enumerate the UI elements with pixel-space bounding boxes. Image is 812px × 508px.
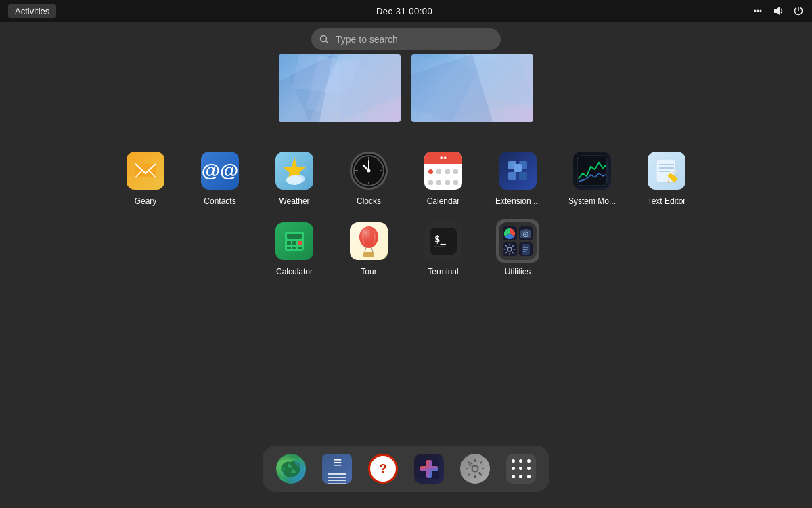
extensions-icon-graphic <box>499 152 537 190</box>
calendar-label: Calendar <box>427 196 460 206</box>
svg-point-0 <box>754 10 756 12</box>
search-input[interactable] <box>311 28 501 50</box>
app-grid: Geary @ Contacts Weat <box>118 149 694 277</box>
svg-point-1 <box>757 10 759 12</box>
calculator-icon-graphic <box>275 222 313 260</box>
app-item-tour[interactable]: Tour <box>342 219 396 276</box>
app-item-extensions[interactable]: Extension ... <box>491 149 545 206</box>
svg-line-5 <box>326 41 329 44</box>
dock-item-globe[interactable] <box>273 451 309 486</box>
dock-item-notes[interactable] <box>319 451 355 486</box>
app-item-clocks[interactable]: Clocks <box>342 149 396 206</box>
svg-rect-32 <box>508 172 516 180</box>
svg-rect-34 <box>576 154 608 187</box>
clocks-label: Clocks <box>357 196 381 206</box>
dock: ? <box>263 446 549 492</box>
workspace-thumbnail-1[interactable] <box>279 54 401 122</box>
utilities-label: Utilities <box>505 267 531 276</box>
svg-rect-48 <box>287 247 291 249</box>
svg-rect-46 <box>292 241 296 245</box>
svg-rect-55 <box>363 252 374 257</box>
weather-icon-graphic <box>275 152 313 190</box>
app-item-geary[interactable]: Geary <box>118 149 173 206</box>
power-icon[interactable] <box>793 5 804 16</box>
grid-dot-2 <box>519 459 522 463</box>
calculator-label: Calculator <box>276 267 313 276</box>
contacts-icon-graphic: @ <box>201 152 239 190</box>
app-item-texteditor[interactable]: Text Editor <box>639 149 694 206</box>
grid-dot-3 <box>527 459 531 463</box>
flathub-icon <box>414 454 444 484</box>
app-item-contacts[interactable]: @ Contacts <box>193 149 247 206</box>
svg-point-20 <box>286 175 302 185</box>
notes-icon <box>322 454 352 484</box>
svg-text:$_: $_ <box>434 234 446 245</box>
svg-point-64 <box>508 247 512 251</box>
grid-dot-7 <box>512 475 515 478</box>
network-icon[interactable] <box>752 5 763 16</box>
globe-icon <box>276 454 306 484</box>
clocks-icon-graphic <box>350 152 388 190</box>
app-item-calendar[interactable]: ●● Calendar <box>416 149 470 206</box>
geary-label: Geary <box>135 196 157 206</box>
calculator-icon <box>273 219 316 263</box>
app-item-weather[interactable]: Weather <box>267 149 321 206</box>
weather-icon <box>273 149 316 192</box>
app-item-terminal[interactable]: $_ Terminal <box>416 219 470 276</box>
svg-point-2 <box>759 10 761 12</box>
tour-label: Tour <box>361 267 376 276</box>
help-icon: ? <box>368 454 398 484</box>
svg-rect-31 <box>514 164 522 172</box>
dock-item-appgrid[interactable] <box>503 451 539 486</box>
dock-item-settings[interactable] <box>457 451 493 486</box>
geary-icon-graphic <box>127 152 164 190</box>
sysmon-label: System Mo... <box>568 196 616 206</box>
svg-line-53 <box>365 247 366 252</box>
workspace-thumbnail-2[interactable] <box>411 54 533 122</box>
dock-item-flathub[interactable] <box>411 451 447 486</box>
sysmon-icon-graphic <box>573 152 611 190</box>
tour-icon-graphic <box>350 222 388 260</box>
appgrid-icon <box>506 454 536 484</box>
grid-dot-4 <box>512 467 515 470</box>
app-item-calculator[interactable]: Calculator <box>267 219 321 276</box>
svg-point-62 <box>524 233 526 235</box>
app-item-sysmon[interactable]: System Mo... <box>565 149 619 206</box>
svg-rect-44 <box>287 234 302 239</box>
extensions-label: Extension ... <box>495 196 540 206</box>
grid-dot-6 <box>527 467 531 470</box>
geary-icon <box>124 149 167 192</box>
svg-rect-47 <box>298 241 302 245</box>
svg-marker-3 <box>774 7 780 15</box>
app-item-utilities[interactable]: Utilities <box>491 219 545 276</box>
svg-point-28 <box>367 169 371 173</box>
volume-icon[interactable] <box>773 5 784 16</box>
terminal-icon: $_ <box>422 219 465 263</box>
svg-rect-72 <box>420 466 438 471</box>
clocks-icon <box>347 149 390 192</box>
contacts-label: Contacts <box>204 196 235 206</box>
contacts-icon: @ <box>198 149 242 192</box>
grid-dot-5 <box>519 467 522 470</box>
activities-button[interactable]: Activities <box>8 4 56 18</box>
grid-dot-8 <box>519 475 522 478</box>
settings-icon <box>460 454 490 484</box>
calendar-icon: ●● <box>422 149 465 192</box>
svg-point-73 <box>472 466 478 472</box>
texteditor-icon-graphic <box>648 152 685 190</box>
workspaces-overview <box>279 54 533 122</box>
svg-rect-50 <box>298 247 302 249</box>
calendar-icon-graphic: ●● <box>424 152 462 190</box>
utilities-icon <box>496 219 539 263</box>
sysmon-icon <box>570 149 614 192</box>
svg-rect-33 <box>519 172 527 180</box>
grid-dot-9 <box>527 475 531 478</box>
dock-item-help[interactable]: ? <box>365 451 401 486</box>
app-row-2: Calculator <box>118 219 694 276</box>
utilities-icon-graphic <box>499 222 537 260</box>
texteditor-label: Text Editor <box>648 196 686 206</box>
weather-label: Weather <box>279 196 309 206</box>
texteditor-icon <box>645 149 688 192</box>
app-row-1: Geary @ Contacts Weat <box>118 149 694 206</box>
top-bar: Activities Dec 31 00:00 <box>0 0 812 22</box>
